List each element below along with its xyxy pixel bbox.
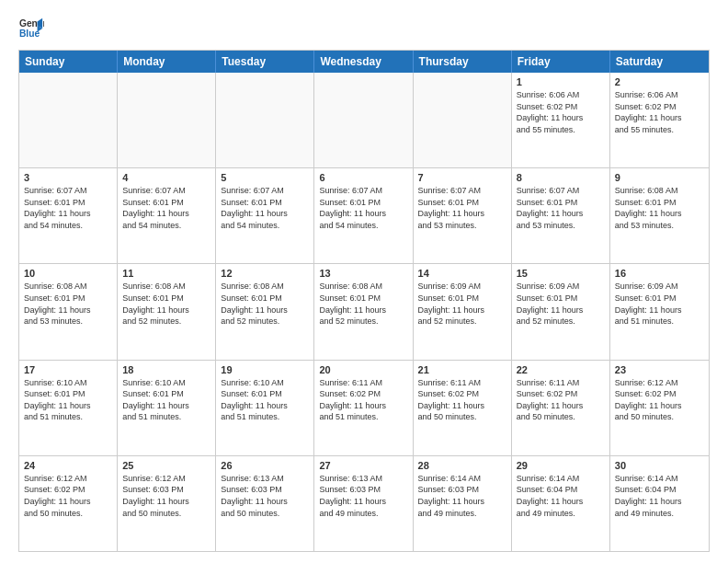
cell-info: Sunrise: 6:09 AM Sunset: 6:01 PM Dayligh… <box>418 281 506 327</box>
cell-info: Sunrise: 6:11 AM Sunset: 6:02 PM Dayligh… <box>319 377 407 423</box>
cal-cell-day-19: 19Sunrise: 6:10 AM Sunset: 6:01 PM Dayli… <box>216 361 314 455</box>
day-number: 7 <box>418 172 506 183</box>
day-number: 24 <box>24 460 112 471</box>
cal-header-sunday: Sunday <box>19 51 118 73</box>
cal-week-4: 17Sunrise: 6:10 AM Sunset: 6:01 PM Dayli… <box>19 360 709 455</box>
cal-cell-day-1: 1Sunrise: 6:06 AM Sunset: 6:02 PM Daylig… <box>512 73 610 167</box>
logo: General Blue <box>18 15 44 40</box>
cell-info: Sunrise: 6:07 AM Sunset: 6:01 PM Dayligh… <box>517 185 605 231</box>
day-number: 25 <box>122 460 210 471</box>
cell-info: Sunrise: 6:08 AM Sunset: 6:01 PM Dayligh… <box>319 281 407 327</box>
cal-cell-day-27: 27Sunrise: 6:13 AM Sunset: 6:03 PM Dayli… <box>314 456 413 551</box>
cal-cell-day-4: 4Sunrise: 6:07 AM Sunset: 6:01 PM Daylig… <box>118 168 216 263</box>
cell-info: Sunrise: 6:10 AM Sunset: 6:01 PM Dayligh… <box>221 377 309 423</box>
cal-header-monday: Monday <box>118 51 216 73</box>
cell-info: Sunrise: 6:12 AM Sunset: 6:03 PM Dayligh… <box>122 473 210 519</box>
day-number: 18 <box>122 364 210 375</box>
cell-info: Sunrise: 6:13 AM Sunset: 6:03 PM Dayligh… <box>221 473 309 519</box>
day-number: 22 <box>517 364 605 375</box>
cal-header-thursday: Thursday <box>414 51 512 73</box>
cell-info: Sunrise: 6:10 AM Sunset: 6:01 PM Dayligh… <box>24 377 112 423</box>
cal-cell-day-13: 13Sunrise: 6:08 AM Sunset: 6:01 PM Dayli… <box>314 264 413 359</box>
cell-info: Sunrise: 6:06 AM Sunset: 6:02 PM Dayligh… <box>517 89 605 135</box>
day-number: 1 <box>517 76 605 87</box>
cell-info: Sunrise: 6:14 AM Sunset: 6:04 PM Dayligh… <box>517 473 605 519</box>
day-number: 19 <box>221 364 309 375</box>
cal-week-1: 1Sunrise: 6:06 AM Sunset: 6:02 PM Daylig… <box>19 73 709 167</box>
cal-cell-empty <box>19 73 118 167</box>
day-number: 21 <box>418 364 506 375</box>
cal-cell-day-5: 5Sunrise: 6:07 AM Sunset: 6:01 PM Daylig… <box>216 168 314 263</box>
cell-info: Sunrise: 6:08 AM Sunset: 6:01 PM Dayligh… <box>122 281 210 327</box>
calendar: SundayMondayTuesdayWednesdayThursdayFrid… <box>18 50 710 552</box>
svg-text:Blue: Blue <box>19 29 40 39</box>
cal-cell-day-29: 29Sunrise: 6:14 AM Sunset: 6:04 PM Dayli… <box>512 456 610 551</box>
cell-info: Sunrise: 6:12 AM Sunset: 6:02 PM Dayligh… <box>24 473 112 519</box>
day-number: 12 <box>221 268 309 279</box>
calendar-header-row: SundayMondayTuesdayWednesdayThursdayFrid… <box>19 51 709 73</box>
cal-cell-day-23: 23Sunrise: 6:12 AM Sunset: 6:02 PM Dayli… <box>610 361 709 455</box>
cal-cell-day-21: 21Sunrise: 6:11 AM Sunset: 6:02 PM Dayli… <box>414 361 512 455</box>
cal-cell-day-28: 28Sunrise: 6:14 AM Sunset: 6:03 PM Dayli… <box>414 456 512 551</box>
cal-cell-day-22: 22Sunrise: 6:11 AM Sunset: 6:02 PM Dayli… <box>512 361 610 455</box>
cal-cell-empty <box>314 73 413 167</box>
cal-cell-day-7: 7Sunrise: 6:07 AM Sunset: 6:01 PM Daylig… <box>414 168 512 263</box>
cell-info: Sunrise: 6:14 AM Sunset: 6:04 PM Dayligh… <box>615 473 704 519</box>
cell-info: Sunrise: 6:07 AM Sunset: 6:01 PM Dayligh… <box>418 185 506 231</box>
calendar-body: 1Sunrise: 6:06 AM Sunset: 6:02 PM Daylig… <box>19 73 709 551</box>
cal-week-5: 24Sunrise: 6:12 AM Sunset: 6:02 PM Dayli… <box>19 455 709 551</box>
day-number: 23 <box>615 364 704 375</box>
day-number: 8 <box>517 172 605 183</box>
cell-info: Sunrise: 6:08 AM Sunset: 6:01 PM Dayligh… <box>221 281 309 327</box>
day-number: 27 <box>319 460 407 471</box>
cal-cell-empty <box>414 73 512 167</box>
logo-icon: General Blue <box>18 15 44 40</box>
day-number: 30 <box>615 460 704 471</box>
cell-info: Sunrise: 6:09 AM Sunset: 6:01 PM Dayligh… <box>517 281 605 327</box>
day-number: 14 <box>418 268 506 279</box>
cell-info: Sunrise: 6:07 AM Sunset: 6:01 PM Dayligh… <box>24 185 112 231</box>
cal-cell-day-17: 17Sunrise: 6:10 AM Sunset: 6:01 PM Dayli… <box>19 361 118 455</box>
day-number: 20 <box>319 364 407 375</box>
cal-cell-day-11: 11Sunrise: 6:08 AM Sunset: 6:01 PM Dayli… <box>118 264 216 359</box>
day-number: 17 <box>24 364 112 375</box>
header: General Blue <box>18 15 710 40</box>
cal-cell-day-12: 12Sunrise: 6:08 AM Sunset: 6:01 PM Dayli… <box>216 264 314 359</box>
cal-cell-day-18: 18Sunrise: 6:10 AM Sunset: 6:01 PM Dayli… <box>118 361 216 455</box>
cal-cell-empty <box>216 73 314 167</box>
cal-header-saturday: Saturday <box>610 51 709 73</box>
cal-cell-day-6: 6Sunrise: 6:07 AM Sunset: 6:01 PM Daylig… <box>314 168 413 263</box>
cal-cell-day-20: 20Sunrise: 6:11 AM Sunset: 6:02 PM Dayli… <box>314 361 413 455</box>
cell-info: Sunrise: 6:07 AM Sunset: 6:01 PM Dayligh… <box>319 185 407 231</box>
day-number: 6 <box>319 172 407 183</box>
day-number: 16 <box>615 268 704 279</box>
cell-info: Sunrise: 6:11 AM Sunset: 6:02 PM Dayligh… <box>418 377 506 423</box>
day-number: 13 <box>319 268 407 279</box>
cell-info: Sunrise: 6:07 AM Sunset: 6:01 PM Dayligh… <box>122 185 210 231</box>
cell-info: Sunrise: 6:12 AM Sunset: 6:02 PM Dayligh… <box>615 377 704 423</box>
day-number: 15 <box>517 268 605 279</box>
cal-cell-day-8: 8Sunrise: 6:07 AM Sunset: 6:01 PM Daylig… <box>512 168 610 263</box>
day-number: 9 <box>615 172 704 183</box>
cell-info: Sunrise: 6:08 AM Sunset: 6:01 PM Dayligh… <box>24 281 112 327</box>
cell-info: Sunrise: 6:14 AM Sunset: 6:03 PM Dayligh… <box>418 473 506 519</box>
cal-week-3: 10Sunrise: 6:08 AM Sunset: 6:01 PM Dayli… <box>19 263 709 359</box>
cal-cell-day-3: 3Sunrise: 6:07 AM Sunset: 6:01 PM Daylig… <box>19 168 118 263</box>
page: General Blue SundayMondayTuesdayWednesda… <box>0 0 728 563</box>
cal-cell-day-9: 9Sunrise: 6:08 AM Sunset: 6:01 PM Daylig… <box>610 168 709 263</box>
cell-info: Sunrise: 6:08 AM Sunset: 6:01 PM Dayligh… <box>615 185 704 231</box>
day-number: 10 <box>24 268 112 279</box>
cell-info: Sunrise: 6:10 AM Sunset: 6:01 PM Dayligh… <box>122 377 210 423</box>
cal-cell-day-16: 16Sunrise: 6:09 AM Sunset: 6:01 PM Dayli… <box>610 264 709 359</box>
cell-info: Sunrise: 6:09 AM Sunset: 6:01 PM Dayligh… <box>615 281 704 327</box>
cal-cell-day-15: 15Sunrise: 6:09 AM Sunset: 6:01 PM Dayli… <box>512 264 610 359</box>
day-number: 3 <box>24 172 112 183</box>
day-number: 28 <box>418 460 506 471</box>
cal-cell-day-26: 26Sunrise: 6:13 AM Sunset: 6:03 PM Dayli… <box>216 456 314 551</box>
day-number: 11 <box>122 268 210 279</box>
day-number: 26 <box>221 460 309 471</box>
cal-header-wednesday: Wednesday <box>314 51 413 73</box>
cal-cell-day-14: 14Sunrise: 6:09 AM Sunset: 6:01 PM Dayli… <box>414 264 512 359</box>
cell-info: Sunrise: 6:07 AM Sunset: 6:01 PM Dayligh… <box>221 185 309 231</box>
cal-cell-day-24: 24Sunrise: 6:12 AM Sunset: 6:02 PM Dayli… <box>19 456 118 551</box>
